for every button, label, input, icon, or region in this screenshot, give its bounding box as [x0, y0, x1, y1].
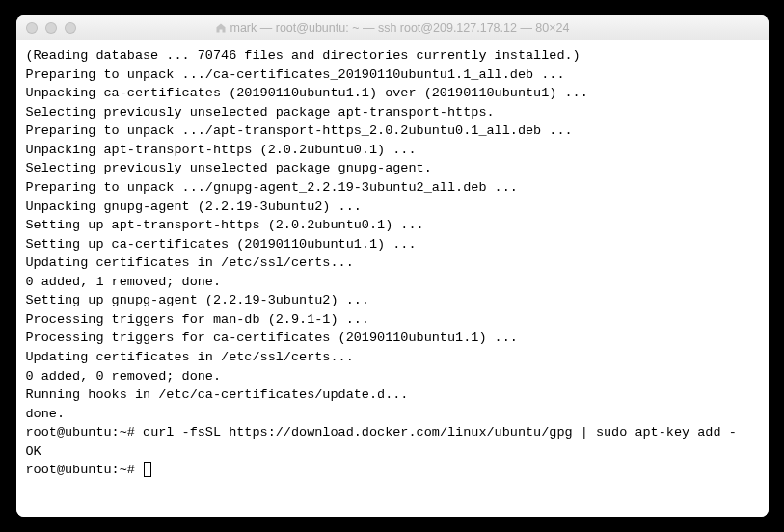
output-line: Selecting previously unselected package …	[26, 159, 759, 178]
output-line: Preparing to unpack .../gnupg-agent_2.2.…	[26, 178, 759, 198]
output-line: Processing triggers for man-db (2.9.1-1)…	[26, 310, 759, 330]
home-icon	[215, 22, 227, 34]
output-line: Setting up ca-certificates (20190110ubun…	[26, 235, 759, 254]
close-button[interactable]	[26, 22, 38, 34]
terminal-content[interactable]: (Reading database ... 70746 files and di…	[16, 40, 769, 517]
maximize-button[interactable]	[65, 22, 76, 34]
output-line: Preparing to unpack .../apt-transport-ht…	[26, 121, 759, 141]
prompt-line: root@ubuntu:~# curl -fsSL https://downlo…	[26, 423, 759, 442]
output-line: (Reading database ... 70746 files and di…	[26, 46, 759, 66]
output-line: 0 added, 1 removed; done.	[26, 273, 759, 292]
prompt-line: root@ubuntu:~#	[26, 461, 759, 480]
output-line: Selecting previously unselected package …	[26, 103, 759, 122]
cursor	[144, 462, 151, 477]
output-line: Updating certificates in /etc/ssl/certs.…	[26, 348, 759, 367]
output-line: Unpacking gnupg-agent (2.2.19-3ubuntu2) …	[26, 198, 759, 217]
output-line: Running hooks in /etc/ca-certificates/up…	[26, 386, 759, 405]
minimize-button[interactable]	[45, 22, 57, 34]
command-text: curl -fsSL https://download.docker.com/l…	[143, 425, 737, 439]
window-title-text: mark — root@ubuntu: ~ — ssh root@209.127…	[230, 21, 570, 35]
output-line: OK	[26, 442, 759, 462]
titlebar[interactable]: mark — root@ubuntu: ~ — ssh root@209.127…	[16, 15, 769, 40]
terminal-window: mark — root@ubuntu: ~ — ssh root@209.127…	[16, 15, 769, 517]
output-line: Preparing to unpack .../ca-certificates_…	[26, 66, 759, 85]
traffic-lights	[16, 22, 76, 34]
shell-prompt: root@ubuntu:~#	[26, 425, 144, 439]
output-line: Updating certificates in /etc/ssl/certs.…	[26, 253, 759, 273]
output-line: Unpacking apt-transport-https (2.0.2ubun…	[26, 141, 759, 160]
shell-prompt: root@ubuntu:~#	[26, 463, 144, 477]
output-line: Setting up apt-transport-https (2.0.2ubu…	[26, 216, 759, 235]
output-line: 0 added, 0 removed; done.	[26, 367, 759, 386]
window-title: mark — root@ubuntu: ~ — ssh root@209.127…	[16, 21, 769, 35]
output-line: Unpacking ca-certificates (20190110ubunt…	[26, 84, 759, 103]
output-line: done.	[26, 405, 759, 424]
output-line: Setting up gnupg-agent (2.2.19-3ubuntu2)…	[26, 291, 759, 310]
output-line: Processing triggers for ca-certificates …	[26, 329, 759, 348]
